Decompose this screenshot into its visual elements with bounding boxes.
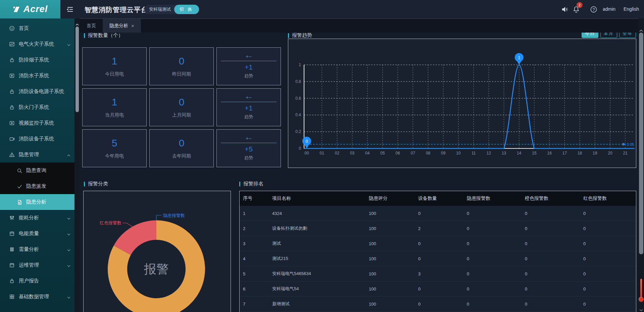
sidebar-item-0[interactable]: 首页 [0,20,75,36]
table-row-6[interactable]: 7新增测试1000000 [240,297,636,312]
table-row-4[interactable]: 5安科瑞电气54656341003000 [240,266,636,281]
svg-text:19: 19 [593,151,597,155]
sidebar-item-14[interactable]: 基础数据管理 [0,289,75,305]
tenant-switch-button[interactable]: 切 换 [174,5,199,14]
video-icon [9,73,15,79]
video-icon [9,120,15,126]
table-cell: 2 [240,226,269,231]
sidebar-scrollbar[interactable] [75,18,80,312]
title-accent-bar [84,182,85,186]
table-cell: 0 [415,241,463,246]
trend-formula: +-- [246,95,252,100]
table-row-5[interactable]: 6安科瑞电气541000000 [240,281,636,297]
tab-1[interactable]: 隐患分析× [103,19,141,33]
header: Acrel 智慧消防管理云平台 安科瑞测试 切 换 2 ? admin Engl… [0,0,644,18]
tabbar: 首页隐患分析× [80,18,638,33]
svg-text:20: 20 [608,151,612,155]
sidebar-item-7[interactable]: 消防设备子系统 [0,131,75,147]
grid-icon [9,294,15,300]
sidebar-subitem-8-0[interactable]: 隐患查询 [0,163,75,178]
table-cell: 0 [522,256,580,261]
svg-text:04: 04 [365,151,370,155]
tab-close-icon[interactable]: × [131,23,134,29]
sidebar-item-6[interactable]: 视频监控子系统 [0,115,75,131]
table-cell: 0 [522,226,580,231]
table-row-1[interactable]: 2设备拓扑测试勿删1002000 [240,221,636,236]
page-scrollbar[interactable] [638,18,644,312]
stat-value: 5 [112,137,117,149]
svg-text:11: 11 [472,151,476,155]
svg-text:05: 05 [380,151,385,155]
sidebar-item-11[interactable]: 需量分析 [0,241,75,257]
sidebar-item-label: 视频监控子系统 [19,120,70,126]
sidebar-item-3[interactable]: 消防水子系统 [0,68,75,84]
svg-text:?: ? [593,7,595,12]
alert-scroll-indicator[interactable] [638,279,644,307]
language-switcher[interactable]: English [624,6,639,12]
chevron-down-icon [67,262,70,268]
help-icon[interactable]: ? [590,6,597,13]
sidebar-item-9[interactable]: 能耗分析 [0,210,75,226]
calendar-icon [9,231,15,236]
sidebar-item-4[interactable]: 消防设备电源子系统 [0,84,75,99]
sidebar-item-2[interactable]: 防排烟子系统 [0,52,75,68]
stat-value: +1 [245,63,253,71]
sidebar-scrollbar-thumb[interactable] [76,27,79,112]
table-row-3[interactable]: 4测试2151000000 [240,251,636,266]
chevron-down-icon [67,294,70,300]
page-scrollbar-thumb[interactable] [639,33,643,254]
sidebar-item-5[interactable]: 防火门子系统 [0,99,75,115]
acrel-logo-icon [13,5,21,13]
tab-label: 隐患分析 [109,23,128,29]
title-accent-bar [239,182,240,186]
pie-label-red-alarms: 红色报警数 [100,220,121,225]
tab-0[interactable]: 首页 [80,19,103,33]
chevron-down-icon [67,247,70,252]
page-scroll-down-icon[interactable] [639,307,643,312]
pie-chart-panel: 隐患报警数 红色报警数 报警 [83,191,231,312]
alert-indicator-ball [639,297,644,302]
svg-text:0.2: 0.2 [295,129,301,134]
svg-text:0.05: 0.05 [627,142,634,146]
stat-label: 去年同期 [172,153,191,159]
svg-text:06: 06 [396,151,400,155]
lock-icon [9,104,15,110]
sidebar-item-13[interactable]: 用户报告 [0,273,75,289]
sidebar-item-label: 运维管理 [19,262,66,268]
sidebar-subitem-8-1[interactable]: 隐患派发 [0,178,75,194]
layers-icon [9,247,15,252]
svg-text:1: 1 [518,55,520,60]
sidebar-item-label: 消防设备子系统 [19,136,70,142]
svg-text:13: 13 [502,151,506,155]
trend-formula: +-- [246,136,252,141]
volume-icon[interactable] [561,6,568,13]
table-cell: 0 [522,286,580,292]
sidebar-item-12[interactable]: 运维管理 [0,257,75,273]
table-cell: 0 [415,211,463,216]
sidebar-item-1[interactable]: 电气火灾子系统 [0,36,75,52]
sidebar-collapse-icon[interactable] [66,5,74,13]
sidebar-item-10[interactable]: 电能质量 [0,226,75,241]
table-row-2[interactable]: 3测试1000000 [240,236,636,251]
table-cell: 100 [365,226,415,231]
table-cell: 1 [240,211,269,216]
stat-label: 今年用电 [105,153,124,159]
svg-text:15: 15 [532,151,537,155]
check-icon [17,184,22,189]
table-cell: 100 [365,286,415,292]
chevron-down-icon [67,41,70,47]
table-cell: 新增测试 [269,301,365,307]
sidebar-subitem-8-2[interactable]: 隐患分析 [0,194,75,210]
table-row-0[interactable]: 143241000000 [240,206,636,221]
table-cell: 0 [415,256,463,261]
stat-value: +1 [245,104,253,112]
svg-text:02: 02 [335,151,340,155]
pie-title-text: 报警分类 [88,181,108,187]
sliders-icon [9,215,15,221]
username[interactable]: admin [603,6,615,12]
sidebar-item-8[interactable]: 隐患管理 [0,147,75,163]
logo-block: Acrel [0,0,60,18]
table-cell: 7 [240,302,269,307]
table-cell: 2 [415,226,463,231]
lock-icon [9,278,15,284]
